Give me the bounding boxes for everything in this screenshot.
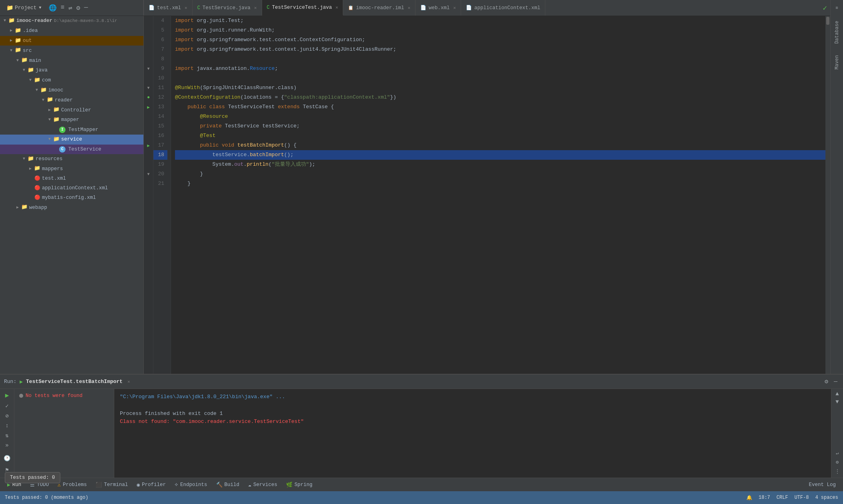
gutter-20: ▼ [144,169,153,179]
run-output-blank [120,401,825,410]
tab-close-imooc-iml[interactable]: ✕ [408,5,410,10]
bottom-btn-build[interactable]: 🔨 Build [212,480,244,489]
status-line-ending[interactable]: CRLF [777,495,788,500]
run-settings-btn[interactable]: ⚙ [823,377,830,386]
project-icon: 📁 [6,4,13,11]
tree-appcontext[interactable]: ▶ 🔴 applicationContext.xml [0,183,143,193]
tab-testservicetest-java[interactable]: C TestServiceTest.java ✕ [262,0,344,16]
tree-testmapper[interactable]: ▶ I TestMapper [0,125,143,135]
right-sidebar: Database Maven [830,16,843,374]
tab-close-web-xml[interactable]: ✕ [453,5,456,10]
bottom-btn-spring[interactable]: 🌿 Spring [282,480,316,489]
status-indent[interactable]: 4 spaces [815,495,838,500]
scrollbar-thumb[interactable] [826,17,829,25]
topbar-icon-list[interactable]: ≡ [61,4,65,12]
scroll-down-btn[interactable]: ▼ [835,399,839,405]
run-minimize-btn[interactable]: — [832,377,839,386]
right-sidebar-maven[interactable]: Maven [834,52,840,73]
build-btn-label: Build [225,482,240,488]
topbar-icon-close[interactable]: — [84,4,88,12]
run-history-btn[interactable]: 🕐 [4,455,10,462]
topbar-icon-gear[interactable]: ⚙ [76,4,80,12]
topbar-icon-arrows[interactable]: ⇌ [68,4,72,12]
run-play-btn[interactable]: ▶ [5,391,9,399]
tree-icon-main: 📁 [21,56,28,65]
tree-webapp[interactable]: ▶ 📁 webapp [0,202,143,212]
run-tab-icon: ▶ [20,379,23,385]
tree-reader[interactable]: ▼ 📁 reader [0,95,143,105]
tree-main[interactable]: ▼ 📁 main [0,56,143,65]
tree-mybatis[interactable]: ▶ 🔴 mybatis-config.xml [0,193,143,202]
bottom-btn-eventlog[interactable]: Event Log [805,481,840,489]
code-content[interactable]: import org.junit.Test; import org.junit.… [171,16,825,374]
run-sort-btn[interactable]: ↕ [5,423,8,429]
run-more-btn[interactable]: » [5,442,8,448]
tab-label-testservice: TestService.java [203,5,251,11]
tab-testservice-java[interactable]: C TestService.java ✕ [193,0,262,16]
run-stop-btn[interactable]: ⊘ [5,413,8,419]
tree-arrow-resources: ▼ [21,156,27,162]
run-close-btn[interactable]: ✕ [127,379,130,384]
scroll-wrap-btn[interactable]: ↵ [836,450,839,456]
ln-10: 10 [153,73,167,83]
project-button[interactable]: 📁 Project ▼ [3,3,45,12]
line-numbers: 4 5 6 7 8 9 10 11 12 13 14 15 16 17 18 1… [153,16,171,374]
ln-14: 14 [153,112,167,121]
bottom-btn-terminal[interactable]: ⬛ Terminal [91,480,132,489]
topbar-icon-globe[interactable]: 🌐 [49,4,57,12]
bottom-btn-profiler[interactable]: ◉ Profiler [133,480,170,489]
run-sort2-btn[interactable]: ⇅ [5,432,8,439]
run-tab-name[interactable]: TestServiceTest.testBatchImport [26,379,123,385]
gutter-10 [144,73,153,83]
status-left: Tests passed: 0 (moments ago) [5,495,740,500]
tree-controller[interactable]: ▶ 📁 Controller [0,105,143,115]
eventlog-btn-label: Event Log [809,482,836,488]
tree-arrow-idea: ▶ [8,28,14,34]
tree-out[interactable]: ▶ 📁 out [0,36,143,46]
gutter-7 [144,45,153,54]
editor-checkmark: ✓ [823,4,827,12]
status-notifications[interactable]: 🔔 [746,495,752,501]
tree-label-mybatis: mybatis-config.xml [42,194,96,202]
status-position[interactable]: 18:7 [759,495,770,500]
endpoints-btn-label: Endpoints [180,482,207,488]
services-btn-label: Services [253,482,277,488]
tree-mapper[interactable]: ▼ 📁 mapper [0,115,143,125]
scroll-up-btn[interactable]: ▲ [835,391,839,397]
scroll-settings-btn[interactable]: ⚙ [836,459,839,465]
run-label: Run: [4,379,16,385]
tree-java[interactable]: ▼ 📁 java [0,65,143,75]
tab-test-xml[interactable]: 📄 test.xml ✕ [144,0,193,16]
run-output-path: "C:\Program Files\Java\jdk1.8.0_221\bin\… [120,393,825,401]
tab-close-testservice[interactable]: ✕ [254,5,257,10]
run-check-btn[interactable]: ✓ [5,403,8,409]
tree-arrow-reader: ▼ [40,97,46,103]
tree-imooc[interactable]: ▼ 📁 imooc [0,85,143,95]
run-output-error: Class not found: "com.imooc.reader.servi… [120,418,825,426]
status-left-text: Tests passed: 0 (moments ago) [5,495,88,500]
tree-root[interactable]: ▼ 📁 imooc-reader D:\apache-maven-3.8.1\i… [0,16,143,26]
tab-close-test-xml[interactable]: ✕ [185,5,187,10]
tab-close-testservicetest[interactable]: ✕ [336,5,338,10]
tree-test-xml[interactable]: ▶ 🔴 test.xml [0,174,143,183]
tree-src[interactable]: ▼ 📁 src [0,46,143,56]
tab-web-xml[interactable]: 📄 web.xml ✕ [416,0,461,16]
bottom-btn-services[interactable]: ☁ Services [244,480,281,489]
run-output[interactable]: "C:\Program Files\Java\jdk1.8.0_221\bin\… [114,389,831,478]
scroll-more2-btn[interactable]: ⋮ [835,468,840,474]
editor-scrollbar[interactable] [825,16,830,374]
no-tests-label: No tests were found [26,393,83,399]
tab-appcontext-xml[interactable]: 📄 applicationContext.xml [461,0,545,16]
status-encoding[interactable]: UTF-8 [794,495,809,500]
tree-service[interactable]: ▼ 📁 service [0,135,143,145]
tree-mappers[interactable]: ▶ 📁 mappers [0,164,143,174]
tree-idea[interactable]: ▶ 📁 .idea [0,26,143,36]
tab-imooc-reader-iml[interactable]: 📋 imooc-reader.iml ✕ [343,0,416,16]
right-sidebar-database[interactable]: Database [834,18,840,47]
tree-resources[interactable]: ▼ 📁 resources [0,154,143,164]
tab-label-imooc-iml: imooc-reader.iml [356,5,404,11]
code-line-4: import org.junit.Test; [175,16,825,26]
tree-testservice[interactable]: ▶ C TestService [0,145,143,154]
bottom-btn-endpoints[interactable]: ⟡ Endpoints [171,480,211,489]
tree-com[interactable]: ▼ 📁 com [0,75,143,85]
